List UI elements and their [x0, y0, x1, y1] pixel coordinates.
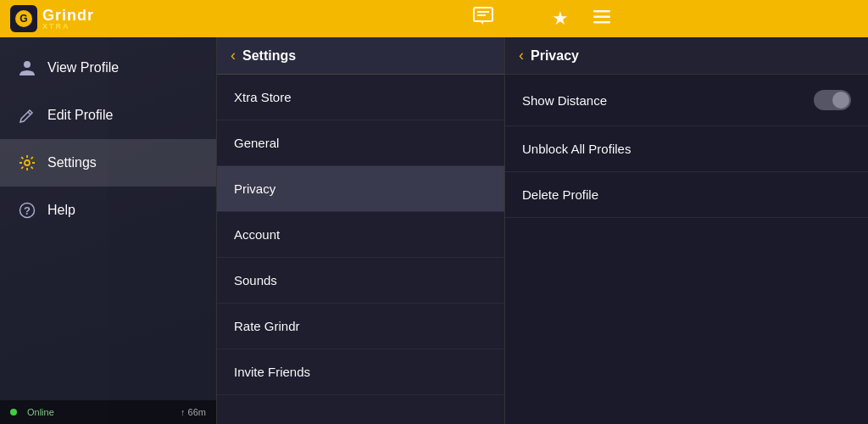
settings-list: Xtra Store General Privacy Account Sound…: [217, 75, 504, 424]
distance-label: ↑ 66m: [181, 407, 206, 417]
settings-label-invite-friends: Invite Friends: [234, 365, 310, 379]
settings-item-sounds[interactable]: Sounds: [217, 258, 504, 304]
delete-profile-label: Delete Profile: [522, 187, 598, 202]
svg-line-10: [28, 112, 31, 114]
settings-item-rate-grindr[interactable]: Rate Grindr: [217, 304, 504, 349]
online-dot: [10, 409, 17, 416]
settings-item-general[interactable]: General: [217, 120, 504, 166]
settings-icon: [17, 153, 37, 173]
favorites-icon[interactable]: ★: [552, 8, 569, 30]
chat-icon[interactable]: [473, 7, 493, 31]
privacy-item-unblock-profiles[interactable]: Unblock All Profiles: [505, 126, 868, 172]
edit-profile-icon: [17, 105, 37, 126]
settings-panel-header: ‹ Settings: [217, 37, 504, 75]
privacy-item-show-distance[interactable]: Show Distance: [505, 75, 868, 126]
settings-panel: ‹ Settings Xtra Store General Privacy Ac…: [216, 37, 504, 424]
sidebar-menu: View Profile Edit Profile: [0, 37, 216, 234]
top-nav-icons: ● ★: [216, 7, 868, 31]
svg-text:?: ?: [24, 204, 31, 217]
sidebar-item-view-profile[interactable]: View Profile: [0, 44, 216, 92]
svg-point-11: [25, 160, 30, 165]
settings-panel-title: Settings: [242, 48, 296, 64]
nearby-icon[interactable]: ●: [517, 8, 528, 30]
app-icon: G: [10, 5, 37, 32]
settings-label-privacy: Privacy: [234, 181, 275, 196]
svg-rect-7: [593, 15, 610, 18]
sidebar-item-help[interactable]: ? Help: [0, 187, 216, 234]
sidebar-label-edit-profile: Edit Profile: [47, 108, 113, 123]
svg-text:G: G: [19, 13, 27, 25]
svg-rect-6: [593, 10, 610, 13]
grid-icon[interactable]: [593, 8, 611, 31]
settings-label-sounds: Sounds: [234, 273, 277, 287]
sidebar-label-view-profile: View Profile: [47, 60, 119, 75]
settings-item-xtra-store[interactable]: Xtra Store: [217, 75, 504, 120]
sidebar: View Profile Edit Profile: [0, 37, 216, 424]
unblock-profiles-label: Unblock All Profiles: [522, 142, 631, 156]
sidebar-bottom-bar: Online ↑ 66m: [0, 400, 216, 424]
top-bar: G Grindr XTRA ● ★: [0, 0, 868, 37]
show-distance-toggle[interactable]: [814, 90, 851, 110]
sidebar-label-settings: Settings: [47, 155, 97, 170]
settings-label-general: General: [234, 136, 279, 150]
online-status-label: Online: [27, 407, 54, 417]
content-area: View Profile Edit Profile: [0, 37, 868, 424]
logo-grindr: Grindr: [42, 8, 94, 23]
privacy-chevron-icon: ‹: [519, 47, 524, 64]
settings-label-xtra-store: Xtra Store: [234, 90, 292, 104]
sidebar-item-settings[interactable]: Settings: [0, 139, 216, 187]
show-distance-label: Show Distance: [522, 93, 607, 108]
privacy-item-delete-profile[interactable]: Delete Profile: [505, 172, 868, 218]
logo-area: G Grindr XTRA: [0, 5, 216, 32]
svg-rect-8: [593, 21, 610, 24]
privacy-panel: ‹ Privacy Show Distance Unblock All Prof…: [504, 37, 868, 424]
sidebar-item-edit-profile[interactable]: Edit Profile: [0, 92, 216, 139]
view-profile-icon: [17, 58, 37, 78]
settings-item-invite-friends[interactable]: Invite Friends: [217, 349, 504, 395]
help-icon: ?: [17, 200, 37, 220]
sidebar-label-help: Help: [47, 203, 75, 218]
logo-text: Grindr XTRA: [42, 8, 94, 31]
logo-xtra: XTRA: [42, 23, 94, 31]
privacy-panel-header: ‹ Privacy: [505, 37, 868, 75]
settings-label-account: Account: [234, 227, 280, 242]
settings-chevron-icon: ‹: [231, 47, 236, 64]
settings-item-privacy[interactable]: Privacy: [217, 166, 504, 212]
settings-item-account[interactable]: Account: [217, 212, 504, 258]
privacy-panel-title: Privacy: [531, 48, 579, 64]
svg-point-9: [24, 61, 31, 68]
settings-label-rate-grindr: Rate Grindr: [234, 319, 300, 333]
